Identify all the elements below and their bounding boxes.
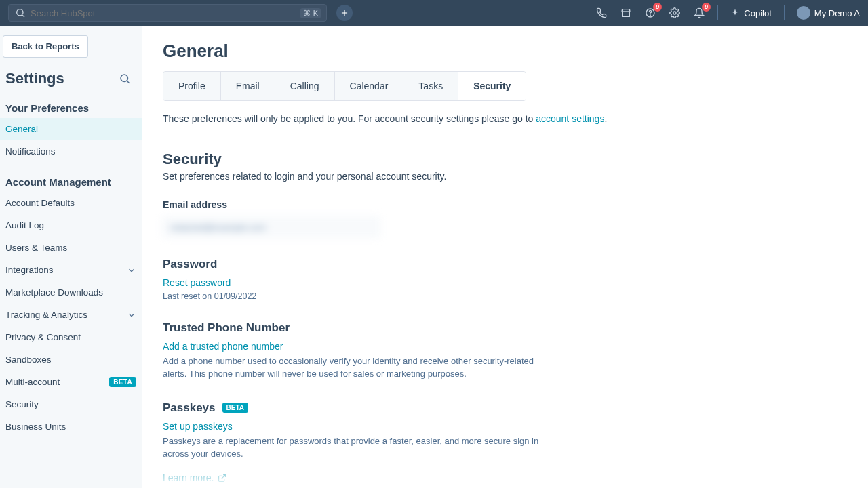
email-value: redacted@example.com (163, 217, 380, 237)
svg-point-5 (650, 15, 651, 16)
tab-profile[interactable]: Profile (163, 72, 221, 100)
chevron-down-icon (127, 310, 136, 320)
help-badge: 9 (653, 3, 662, 12)
reset-password-link[interactable]: Reset password (163, 277, 231, 288)
nav-icon-tray: 9 9 Copilot My Demo A (595, 5, 860, 20)
svg-line-8 (127, 81, 129, 83)
password-heading: Password (163, 258, 848, 271)
sidebar-item-audit-log[interactable]: Audit Log (0, 214, 142, 237)
phone-icon[interactable] (595, 7, 608, 19)
sidebar-item-privacy-consent[interactable]: Privacy & Consent (0, 326, 142, 348)
beta-badge: BETA (222, 403, 248, 413)
svg-point-0 (17, 9, 23, 16)
sidebar-item-tracking-analytics[interactable]: Tracking & Analytics (0, 304, 142, 326)
security-desc: Set preferences related to login and you… (163, 171, 848, 182)
gear-icon[interactable] (669, 7, 681, 19)
tab-security[interactable]: Security (458, 72, 526, 100)
tab-calendar[interactable]: Calendar (335, 72, 404, 100)
learn-more-link[interactable]: Learn more. (163, 472, 226, 483)
page-title: General (163, 41, 848, 62)
tab-email[interactable]: Email (221, 72, 275, 100)
marketplace-icon[interactable] (620, 7, 632, 19)
top-nav: ⌘K 9 9 Copilot My Demo A (0, 0, 868, 26)
create-button[interactable] (336, 5, 353, 21)
sidebar-item-marketplace-downloads[interactable]: Marketplace Downloads (0, 281, 142, 304)
account-menu[interactable]: My Demo A (797, 6, 860, 20)
password-reset-meta: Last reset on 01/09/2022 (163, 291, 848, 301)
passkeys-heading: Passkeys BETA (163, 401, 848, 415)
nav-divider (784, 5, 785, 20)
passkeys-desc: Passkeys are a replacement for passwords… (163, 435, 542, 461)
bell-badge: 9 (702, 3, 711, 12)
search-shortcut: ⌘K (300, 8, 321, 18)
security-heading: Security (163, 150, 848, 168)
email-label: Email address (163, 199, 848, 210)
sidebar-item-sandboxes[interactable]: Sandboxes (0, 348, 142, 371)
sidebar-item-multi-account[interactable]: Multi-account BETA (0, 371, 142, 393)
sidebar-item-general[interactable]: General (0, 118, 142, 140)
avatar (797, 6, 810, 20)
bell-icon[interactable]: 9 (693, 7, 705, 19)
sidebar-item-account-defaults[interactable]: Account Defaults (0, 192, 142, 214)
settings-title: Settings (5, 70, 64, 87)
global-search[interactable]: ⌘K (8, 4, 327, 22)
external-link-icon (218, 474, 226, 483)
svg-point-6 (673, 12, 676, 14)
prefs-section-header: Your Preferences (0, 96, 142, 118)
trusted-phone-heading: Trusted Phone Number (163, 321, 848, 335)
settings-sidebar: Back to Reports Settings Your Preference… (0, 26, 142, 488)
chevron-down-icon (127, 266, 136, 275)
svg-line-9 (222, 475, 226, 479)
sidebar-item-integrations[interactable]: Integrations (0, 259, 142, 281)
settings-search-icon[interactable] (119, 73, 131, 85)
sidebar-item-security[interactable]: Security (0, 393, 142, 415)
setup-passkeys-link[interactable]: Set up passkeys (163, 421, 233, 432)
sidebar-item-users-teams[interactable]: Users & Teams (0, 237, 142, 259)
tab-tasks[interactable]: Tasks (403, 72, 458, 100)
search-input[interactable] (31, 8, 296, 18)
add-trusted-phone-link[interactable]: Add a trusted phone number (163, 341, 283, 352)
mgmt-section-header: Account Management (0, 169, 142, 192)
account-settings-link[interactable]: account settings (536, 113, 604, 124)
svg-line-1 (22, 15, 24, 17)
help-icon[interactable]: 9 (644, 7, 656, 19)
beta-badge: BETA (109, 377, 136, 387)
search-icon (14, 7, 26, 19)
copilot-button[interactable]: Copilot (730, 8, 771, 18)
nav-divider (717, 5, 718, 20)
main-content: General Profile Email Calling Calendar T… (142, 26, 868, 488)
sidebar-item-business-units[interactable]: Business Units (0, 415, 142, 438)
svg-point-7 (121, 75, 128, 82)
divider (163, 134, 848, 134)
trusted-phone-desc: Add a phone number used to occasionally … (163, 355, 542, 381)
notice-text: These preferences will only be applied t… (163, 113, 848, 124)
sidebar-item-notifications[interactable]: Notifications (0, 140, 142, 163)
back-to-reports-button[interactable]: Back to Reports (3, 35, 88, 58)
tab-bar: Profile Email Calling Calendar Tasks Sec… (163, 71, 526, 101)
tab-calling[interactable]: Calling (275, 72, 335, 100)
